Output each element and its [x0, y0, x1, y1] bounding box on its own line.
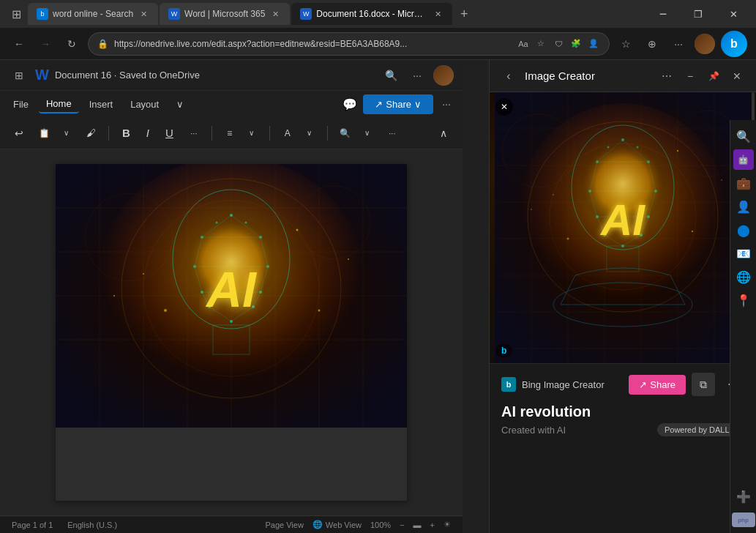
word-profile[interactable] — [433, 65, 454, 86]
menu-home[interactable]: Home — [39, 95, 79, 113]
minimize-button[interactable]: − — [646, 3, 680, 25]
tab-favicon-2: W — [168, 8, 180, 20]
address-bar: ← → ↻ 🔒 https://onedrive.live.com/edit.a… — [0, 28, 756, 60]
menu-file[interactable]: File — [6, 96, 36, 113]
collections-btn[interactable]: ⊕ — [642, 34, 662, 54]
sidebar-puzzle-icon[interactable]: 🌐 — [733, 266, 754, 287]
format-more-btn[interactable]: ··· — [184, 123, 204, 144]
back-button[interactable]: ← — [9, 34, 29, 54]
sidebar-blue-icon[interactable]: ⬤ — [733, 220, 754, 240]
paste-arrow[interactable]: ∨ — [56, 123, 76, 144]
sidebar-add-icon[interactable]: ➕ — [733, 486, 754, 507]
share-button[interactable]: ↗ Share ∨ — [363, 94, 433, 114]
browser-window: ⊞ b word online - Search ✕ W Word | Micr… — [0, 0, 756, 533]
tab-microsoft-365[interactable]: W Word | Microsoft 365 ✕ — [160, 3, 290, 25]
sidebar-email-icon[interactable]: 📧 — [733, 243, 754, 264]
format-paint-btn[interactable]: 🖌 — [81, 123, 101, 144]
panel-pin-btn[interactable]: 📌 — [703, 66, 724, 86]
zoom-in-btn[interactable]: + — [430, 521, 435, 529]
search-word-btn[interactable]: 🔍 — [381, 65, 401, 86]
close-button[interactable]: ✕ — [716, 3, 750, 25]
bing-badge-on-image: b — [495, 344, 512, 357]
menu-insert[interactable]: Insert — [82, 96, 121, 113]
font-color-arrow[interactable]: ∨ — [299, 123, 320, 144]
browser-more-btn[interactable]: ··· — [668, 34, 689, 54]
new-tab-button[interactable]: + — [454, 4, 474, 24]
user-profile[interactable] — [695, 34, 715, 54]
svg-text:AI: AI — [599, 195, 645, 245]
undo-btn[interactable]: ↩ — [9, 123, 29, 144]
separator-2 — [212, 126, 212, 141]
word-more-btn[interactable]: ··· — [407, 65, 427, 86]
tab-word-search[interactable]: b word online - Search ✕ — [28, 3, 158, 25]
tab-close-2[interactable]: ✕ — [269, 8, 281, 20]
zoom-slider[interactable]: ▬ — [413, 521, 422, 529]
share-pink-button[interactable]: ↗ Share — [629, 375, 686, 395]
word-overflow-btn[interactable]: ··· — [436, 94, 457, 114]
word-document-area: ⊞ W Document 16 · Saved to OneDrive 🔍 ··… — [0, 60, 463, 533]
page-view-btn[interactable]: Page View — [265, 521, 303, 529]
tab-favicon-3: W — [300, 8, 312, 20]
bold-btn[interactable]: B — [116, 124, 136, 143]
tab-close-1[interactable]: ✕ — [138, 8, 149, 20]
panel-minimize-btn[interactable]: − — [680, 66, 700, 86]
tab-document-16[interactable]: W Document 16.docx - Microsoft W... ✕ — [291, 3, 452, 25]
font-color-btn[interactable]: A — [277, 123, 298, 144]
svg-point-48 — [143, 273, 144, 275]
word-apps-icon[interactable]: ⊞ — [9, 65, 29, 86]
paste-btn[interactable]: 📋 — [34, 123, 54, 144]
svg-point-50 — [348, 258, 349, 260]
align-btn[interactable]: ≡ — [220, 123, 240, 144]
find-btn[interactable]: 🔍 — [335, 123, 356, 144]
sidebar-person-icon[interactable]: 👤 — [733, 196, 754, 217]
menu-layout[interactable]: Layout — [123, 96, 166, 113]
extension-icon[interactable]: 🧩 — [569, 37, 583, 51]
italic-btn[interactable]: I — [141, 124, 155, 143]
bing-copilot-button[interactable]: b — [721, 31, 747, 57]
copy-button[interactable]: ⧉ — [692, 373, 715, 396]
restore-button[interactable]: ❐ — [681, 3, 715, 25]
menu-more-arrow[interactable]: ∨ — [169, 96, 191, 113]
panel-title: Image Creator — [525, 70, 651, 82]
zoom-out-btn[interactable]: − — [400, 521, 404, 529]
tab-close-3[interactable]: ✕ — [432, 8, 444, 20]
svg-point-105 — [721, 179, 722, 181]
panel-back-button[interactable]: ‹ — [498, 66, 519, 86]
panel-more-btn[interactable]: ⋯ — [656, 66, 677, 86]
comments-btn[interactable]: 💬 — [340, 94, 360, 114]
forward-button[interactable]: → — [35, 34, 56, 54]
ribbon-more-btn[interactable]: ··· — [382, 123, 403, 144]
sidebar-copilot-icon[interactable]: 🤖 — [733, 149, 754, 170]
url-bar[interactable]: 🔒 https://onedrive.live.com/edit.aspx?ac… — [88, 32, 610, 56]
ribbon-collapse-btn[interactable]: ∧ — [433, 123, 454, 144]
find-arrow[interactable]: ∨ — [357, 123, 378, 144]
panel-close-btn[interactable]: ✕ — [727, 66, 747, 86]
favorites-btn[interactable]: ☆ — [615, 34, 636, 54]
sidebar-search-icon[interactable]: 🔍 — [733, 126, 754, 146]
word-ribbon: ↩ 📋 ∨ 🖌 B I U ··· ≡ ∨ — [0, 117, 463, 149]
refresh-button[interactable]: ↻ — [61, 34, 82, 54]
panel-source-row: b Bing Image Creator ↗ Share ⧉ ⋯ — [501, 373, 744, 396]
word-header: ⊞ W Document 16 · Saved to OneDrive 🔍 ··… — [0, 60, 463, 91]
sidebar-pin-icon[interactable]: 📍 — [733, 290, 754, 310]
favorites-icon[interactable]: ☆ — [534, 37, 547, 51]
shield-icon[interactable]: 🛡 — [552, 37, 565, 51]
panel-image-container: ✕ — [490, 92, 756, 363]
align-arrow[interactable]: ∨ — [242, 123, 262, 144]
web-view-btn[interactable]: 🌐 Web View — [312, 520, 362, 529]
panel-image-close-btn[interactable]: ✕ — [495, 98, 513, 116]
document-title: Document 16 · Saved to OneDrive — [55, 70, 200, 81]
menu-bar: File Home Insert Layout ∨ 💬 ↗ Share ∨ ··… — [0, 91, 463, 117]
sidebar-briefcase-icon[interactable]: 💼 — [733, 173, 754, 193]
read-mode-icon[interactable]: Aa — [517, 37, 530, 51]
separator-3 — [269, 126, 270, 141]
tab-bar: ⊞ b word online - Search ✕ W Word | Micr… — [0, 0, 756, 28]
underline-btn[interactable]: U — [160, 124, 179, 143]
tab-label-3: Document 16.docx - Microsoft W... — [316, 9, 427, 19]
apps-button[interactable]: ⊞ — [6, 4, 26, 24]
separator-1 — [108, 126, 109, 141]
profile-icon[interactable]: 👤 — [587, 37, 600, 51]
svg-point-46 — [164, 309, 167, 312]
doc-ai-image: AI — [56, 164, 407, 428]
settings-icon[interactable]: ☀ — [444, 520, 451, 529]
